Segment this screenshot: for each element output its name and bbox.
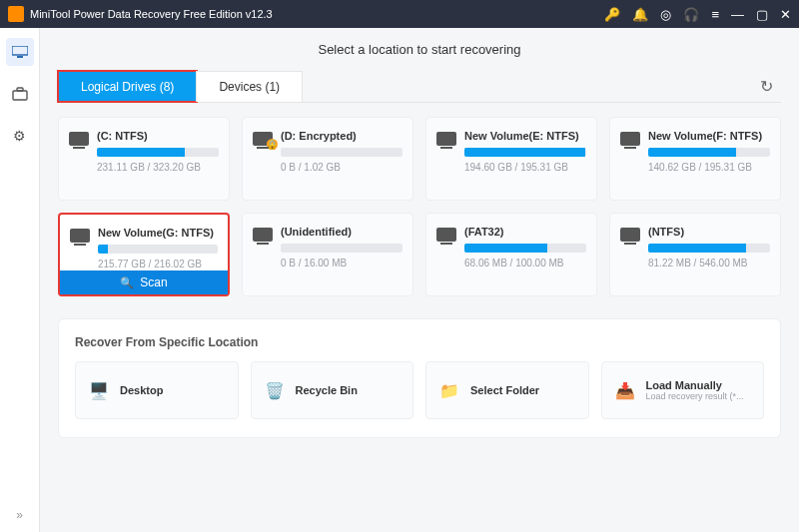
drive-name: New Volume(G: NTFS) bbox=[98, 227, 218, 239]
drive-name: (NTFS) bbox=[648, 226, 770, 238]
search-icon: 🔍 bbox=[120, 276, 134, 289]
drive-icon bbox=[70, 229, 90, 243]
location-label: Desktop bbox=[120, 384, 226, 396]
sidebar-item-settings[interactable]: ⚙ bbox=[6, 122, 34, 150]
content-area: Select a location to start recovering Lo… bbox=[40, 28, 799, 532]
svg-rect-3 bbox=[17, 88, 23, 91]
drive-icon bbox=[253, 132, 273, 146]
drive-card[interactable]: New Volume(E: NTFS) 194.60 GB / 195.31 G… bbox=[425, 117, 597, 201]
app-title: MiniTool Power Data Recovery Free Editio… bbox=[30, 8, 604, 20]
drive-size: 194.60 GB / 195.31 GB bbox=[464, 162, 586, 173]
maximize-icon[interactable]: ▢ bbox=[756, 7, 768, 22]
location-label: Select Folder bbox=[470, 384, 576, 396]
drive-icon bbox=[620, 228, 640, 242]
svg-rect-0 bbox=[12, 46, 28, 55]
drive-usage-bar bbox=[648, 244, 770, 253]
svg-rect-2 bbox=[13, 91, 27, 100]
drive-card[interactable]: (D: Encrypted) 0 B / 1.02 GB bbox=[242, 117, 413, 201]
drive-size: 68.06 MB / 100.00 MB bbox=[464, 258, 586, 268]
drive-size: 0 B / 16.00 MB bbox=[281, 258, 402, 268]
tab-logical-drives[interactable]: Logical Drives (8) bbox=[58, 71, 197, 102]
drive-name: (C: NTFS) bbox=[97, 130, 219, 142]
location-desktop[interactable]: 🖥️ Desktop bbox=[75, 361, 239, 419]
sidebar: ⚙ » bbox=[0, 28, 40, 532]
drive-icon bbox=[253, 228, 273, 242]
drives-grid: (C: NTFS) 231.11 GB / 323.20 GB (D: Encr… bbox=[58, 117, 781, 296]
drive-usage-bar bbox=[464, 244, 586, 253]
drive-card[interactable]: (FAT32) 68.06 MB / 100.00 MB bbox=[425, 213, 597, 296]
drive-card[interactable]: (NTFS) 81.22 MB / 546.00 MB bbox=[609, 213, 781, 296]
location-load-manually[interactable]: 📥 Load Manually Load recovery result (*.… bbox=[601, 361, 765, 419]
scan-button[interactable]: 🔍Scan bbox=[60, 270, 228, 294]
bell-icon[interactable]: 🔔 bbox=[632, 7, 648, 22]
drive-name: New Volume(E: NTFS) bbox=[464, 130, 586, 142]
drive-size: 81.22 MB / 546.00 MB bbox=[648, 258, 770, 268]
drive-icon bbox=[620, 132, 640, 146]
globe-icon[interactable]: ◎ bbox=[660, 7, 671, 22]
drive-size: 140.62 GB / 195.31 GB bbox=[648, 162, 770, 173]
drive-name: (D: Encrypted) bbox=[281, 130, 402, 142]
location-label: Load Manually bbox=[646, 379, 752, 391]
tabs-bar: Logical Drives (8) Devices (1) ↻ bbox=[58, 71, 781, 103]
location-label: Recycle Bin bbox=[296, 384, 401, 396]
drive-icon bbox=[436, 228, 456, 242]
drive-card[interactable]: New Volume(G: NTFS) 215.77 GB / 216.02 G… bbox=[58, 213, 230, 296]
location-sublabel: Load recovery result (*... bbox=[646, 391, 752, 401]
app-logo-icon bbox=[8, 6, 24, 22]
sidebar-item-recovery[interactable] bbox=[6, 38, 34, 66]
recycle-icon: 🗑️ bbox=[264, 380, 286, 400]
drive-usage-bar bbox=[281, 244, 402, 253]
load-icon: 📥 bbox=[614, 380, 636, 400]
section-title: Recover From Specific Location bbox=[75, 335, 764, 349]
drive-card[interactable]: New Volume(F: NTFS) 140.62 GB / 195.31 G… bbox=[609, 117, 781, 201]
tab-devices[interactable]: Devices (1) bbox=[196, 71, 303, 102]
drive-name: New Volume(F: NTFS) bbox=[648, 130, 770, 142]
minimize-icon[interactable]: — bbox=[731, 7, 744, 22]
drive-size: 231.11 GB / 323.20 GB bbox=[97, 162, 219, 173]
scan-label: Scan bbox=[140, 275, 167, 289]
titlebar: MiniTool Power Data Recovery Free Editio… bbox=[0, 0, 799, 28]
drive-usage-bar bbox=[648, 148, 770, 157]
location-select-folder[interactable]: 📁 Select Folder bbox=[425, 361, 589, 419]
folder-icon: 📁 bbox=[438, 380, 460, 400]
drive-card[interactable]: (Unidentified) 0 B / 16.00 MB bbox=[242, 213, 413, 296]
drive-icon bbox=[436, 132, 456, 146]
headset-icon[interactable]: 🎧 bbox=[683, 7, 699, 22]
drive-usage-bar bbox=[98, 245, 218, 254]
drive-card[interactable]: (C: NTFS) 231.11 GB / 323.20 GB bbox=[58, 117, 230, 201]
key-icon[interactable]: 🔑 bbox=[604, 7, 620, 22]
close-icon[interactable]: ✕ bbox=[780, 7, 791, 22]
drive-icon bbox=[69, 132, 89, 146]
sidebar-expand-icon[interactable]: » bbox=[16, 508, 23, 522]
desktop-icon: 🖥️ bbox=[88, 380, 110, 400]
drive-size: 0 B / 1.02 GB bbox=[281, 162, 402, 173]
menu-icon[interactable]: ≡ bbox=[711, 7, 719, 22]
drive-usage-bar bbox=[281, 148, 402, 157]
refresh-icon[interactable]: ↻ bbox=[752, 73, 781, 100]
location-recycle-bin[interactable]: 🗑️ Recycle Bin bbox=[251, 361, 414, 419]
drive-size: 215.77 GB / 216.02 GB bbox=[98, 259, 218, 269]
page-heading: Select a location to start recovering bbox=[58, 42, 781, 57]
specific-location-panel: Recover From Specific Location 🖥️ Deskto… bbox=[58, 318, 781, 438]
drive-name: (Unidentified) bbox=[281, 226, 402, 238]
drive-name: (FAT32) bbox=[464, 226, 586, 238]
svg-rect-1 bbox=[17, 56, 23, 58]
drive-usage-bar bbox=[97, 148, 219, 157]
drive-usage-bar bbox=[464, 148, 586, 157]
sidebar-item-briefcase[interactable] bbox=[6, 80, 34, 108]
